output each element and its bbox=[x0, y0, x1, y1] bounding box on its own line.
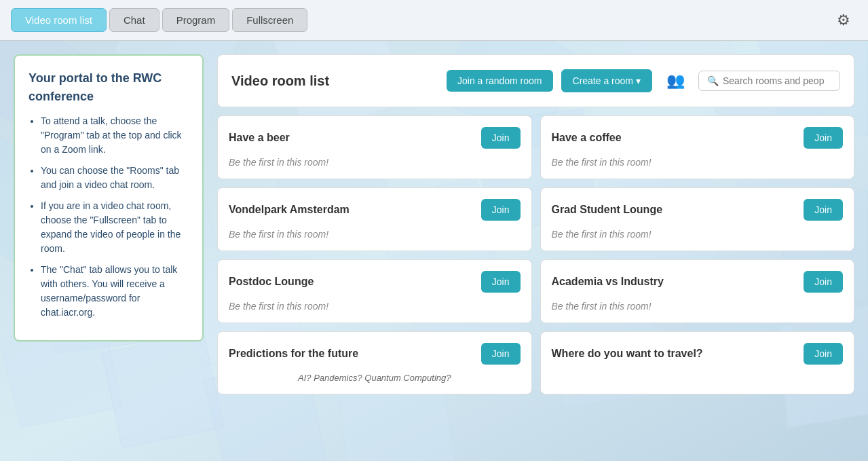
room-card: Have a coffeeJoinBe the first in this ro… bbox=[540, 115, 855, 179]
join-random-room-button[interactable]: Join a random room bbox=[447, 70, 553, 92]
join-have-a-beer-button[interactable]: Join bbox=[481, 127, 521, 149]
room-card-header: Where do you want to travel?Join bbox=[552, 343, 844, 365]
room-card-body: Be the first in this room! bbox=[229, 229, 521, 240]
room-card: Grad Student LoungeJoinBe the first in t… bbox=[540, 187, 855, 251]
sidebar-item: If you are in a video chat room, choose … bbox=[41, 199, 189, 256]
room-card-header: Vondelpark AmsterdamJoin bbox=[229, 199, 521, 221]
room-list-header: Video room list Join a random room Creat… bbox=[217, 54, 854, 107]
join-where-do-you-want-to-travel-button[interactable]: Join bbox=[804, 343, 843, 365]
chevron-down-icon: ▾ bbox=[636, 75, 641, 86]
room-card-title: Predictions for the future bbox=[229, 348, 358, 360]
room-card-body: Be the first in this room! bbox=[229, 157, 521, 168]
gear-icon: ⚙ bbox=[837, 12, 850, 29]
join-grad-student-lounge-button[interactable]: Join bbox=[804, 199, 843, 221]
room-card-title: Where do you want to travel? bbox=[552, 348, 703, 360]
settings-button[interactable]: ⚙ bbox=[830, 7, 857, 34]
group-icon: 👥 bbox=[660, 66, 690, 96]
tab-program[interactable]: Program bbox=[162, 8, 230, 32]
search-box: 🔍 bbox=[698, 71, 840, 91]
main-content: Your portal to the RWC conference To att… bbox=[0, 41, 868, 461]
room-card-title: Have a coffee bbox=[552, 132, 622, 144]
sidebar-item: The "Chat" tab allows you to talk with o… bbox=[41, 263, 189, 320]
room-card-body: Be the first in this room! bbox=[552, 301, 844, 312]
room-card-body: AI? Pandemics? Quantum Computing? bbox=[229, 373, 521, 383]
sidebar: Your portal to the RWC conference To att… bbox=[14, 54, 204, 342]
room-card-title: Postdoc Lounge bbox=[229, 276, 314, 288]
create-room-button[interactable]: Create a room ▾ bbox=[561, 69, 652, 92]
join-vondelpark-amsterdam-button[interactable]: Join bbox=[481, 199, 521, 221]
room-card-title: Academia vs Industry bbox=[552, 276, 664, 288]
join-postdoc-lounge-button[interactable]: Join bbox=[481, 271, 521, 293]
room-card-header: Grad Student LoungeJoin bbox=[552, 199, 844, 221]
nav-bar: Video room list Chat Program Fullscreen … bbox=[0, 0, 868, 41]
room-card-title: Have a beer bbox=[229, 132, 290, 144]
tab-chat[interactable]: Chat bbox=[109, 8, 159, 32]
join-predictions-for-the-future-button[interactable]: Join bbox=[481, 343, 521, 365]
room-card: Vondelpark AmsterdamJoinBe the first in … bbox=[217, 187, 532, 251]
sidebar-item: You can choose the "Rooms" tab and join … bbox=[41, 164, 189, 192]
create-room-label: Create a room bbox=[573, 75, 633, 86]
room-card: Have a beerJoinBe the first in this room… bbox=[217, 115, 532, 179]
room-card: Where do you want to travel?Join bbox=[540, 331, 855, 394]
sidebar-item: To attend a talk, choose the "Program" t… bbox=[41, 114, 189, 157]
room-area: Video room list Join a random room Creat… bbox=[217, 54, 854, 447]
room-card-body: Be the first in this room! bbox=[229, 301, 521, 312]
room-list-title: Video room list bbox=[231, 73, 438, 89]
room-card-body: Be the first in this room! bbox=[552, 229, 844, 240]
sidebar-title: Your portal to the RWC conference bbox=[29, 69, 189, 106]
room-card-header: Postdoc LoungeJoin bbox=[229, 271, 521, 293]
room-card: Predictions for the futureJoinAI? Pandem… bbox=[217, 331, 532, 394]
room-card: Postdoc LoungeJoinBe the first in this r… bbox=[217, 259, 532, 323]
join-academia-vs-industry-button[interactable]: Join bbox=[804, 271, 843, 293]
search-icon: 🔍 bbox=[707, 75, 719, 86]
tab-rooms[interactable]: Video room list bbox=[11, 8, 107, 32]
room-card-header: Academia vs IndustryJoin bbox=[552, 271, 844, 293]
room-card-body: Be the first in this room! bbox=[552, 157, 844, 168]
room-card-title: Grad Student Lounge bbox=[552, 204, 663, 216]
room-card: Academia vs IndustryJoinBe the first in … bbox=[540, 259, 855, 323]
search-input[interactable] bbox=[723, 75, 831, 86]
join-have-a-coffee-button[interactable]: Join bbox=[804, 127, 843, 149]
sidebar-list: To attend a talk, choose the "Program" t… bbox=[29, 114, 189, 320]
tab-fullscreen[interactable]: Fullscreen bbox=[232, 8, 307, 32]
room-card-title: Vondelpark Amsterdam bbox=[229, 204, 350, 216]
room-card-header: Have a coffeeJoin bbox=[552, 127, 844, 149]
room-card-header: Have a beerJoin bbox=[229, 127, 521, 149]
room-grid: Have a beerJoinBe the first in this room… bbox=[217, 115, 854, 394]
room-card-header: Predictions for the futureJoin bbox=[229, 343, 521, 365]
